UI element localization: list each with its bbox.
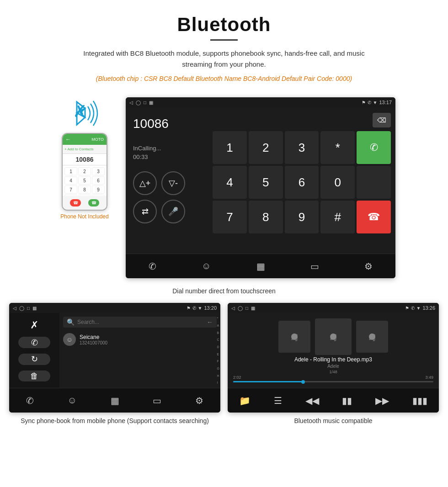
phone-call-btn[interactable]: ☎ — [88, 199, 99, 206]
contacts-log-icon[interactable]: ▭ — [153, 395, 161, 406]
track-count: 1/48 — [294, 370, 372, 374]
music-folder-icon[interactable]: 📁 — [239, 395, 251, 406]
contacts-status-left: ◁ ◯ □ ▦ — [13, 306, 37, 311]
contacts-tab-icon[interactable]: ☺ — [202, 261, 211, 271]
music-eq-icon[interactable]: ▮▮▮ — [412, 395, 427, 406]
main-screen-row: ✗ ← MOTO + Add to Contacts 10086 — [0, 97, 448, 278]
progress-dot — [301, 380, 305, 384]
phone-key-7[interactable]: 7 — [64, 185, 77, 194]
music-wifi-icon: ▼ — [416, 306, 421, 311]
keypad-tab-icon[interactable]: ▦ — [256, 261, 265, 272]
kp-9[interactable]: 9 — [285, 201, 319, 233]
download-icon: ▦ — [149, 100, 153, 105]
progress-bar-bg[interactable] — [233, 381, 433, 382]
page-title: Bluetooth — [9, 14, 439, 36]
phone-key-5[interactable]: 5 — [78, 176, 91, 185]
music-play-icon[interactable]: ▮▮ — [342, 395, 352, 406]
album-dot-right — [369, 333, 375, 340]
contacts-search-bar: 🔍 ← — [63, 317, 217, 328]
back-icon: ◁ — [129, 100, 133, 105]
recent-icon: □ — [144, 100, 146, 105]
kp-end[interactable]: ☎ — [357, 201, 391, 233]
phone-status-bar: ← MOTO — [63, 134, 107, 145]
calling-status: InCalling... — [133, 145, 161, 152]
album-art-main: ♫ — [315, 318, 352, 355]
wifi-icon: ▼ — [373, 100, 378, 105]
contacts-recent-icon: □ — [27, 306, 30, 311]
location-icon: ⚑ — [362, 100, 366, 105]
kp-4[interactable]: 4 — [213, 166, 247, 199]
contacts-keypad-icon[interactable]: ▦ — [111, 395, 119, 406]
delete-sidebar-btn[interactable]: 🗑 — [18, 371, 50, 382]
phone-end-btn[interactable]: ☎ — [70, 199, 81, 206]
contacts-phone-icon[interactable]: ✆ — [26, 395, 34, 406]
contacts-sidebar: ✗ ✆ ↻ 🗑 — [9, 313, 59, 388]
kp-call[interactable]: ✆ — [357, 131, 391, 164]
phone-bottom: ☎ ☎ — [63, 196, 107, 210]
vol-down-btn[interactable]: ▽- — [161, 171, 185, 195]
car-dialer-screen: ◁ ◯ □ ▦ ⚑ ✆ ▼ 13:17 10086 InCalling... 0… — [126, 97, 395, 278]
phone-tab-icon[interactable]: ✆ — [149, 261, 156, 272]
phone-key-6[interactable]: 6 — [92, 176, 105, 185]
kp-2[interactable]: 2 — [249, 131, 283, 164]
music-status-left: ◁ ◯ □ ▦ — [231, 306, 255, 311]
phone-key-2[interactable]: 2 — [78, 167, 91, 175]
contacts-main: 🔍 ← ☺ Seicane 13241007000 * A — [59, 313, 220, 388]
contacts-person-icon[interactable]: ☺ — [68, 395, 77, 406]
kp-star[interactable]: * — [320, 131, 355, 164]
title-divider — [210, 39, 238, 41]
kp-5[interactable]: 5 — [249, 166, 283, 199]
kp-hash[interactable]: # — [320, 201, 355, 233]
kp-6[interactable]: 6 — [285, 166, 319, 199]
phone-key-3[interactable]: 3 — [92, 167, 105, 175]
contacts-home-icon: ◯ — [19, 306, 24, 311]
contacts-search-input[interactable] — [77, 319, 207, 325]
bluetooth-icon: ✗ — [73, 102, 87, 121]
dialer-time: 13:17 — [379, 100, 392, 105]
kp-7[interactable]: 7 — [213, 201, 247, 233]
music-caption: Bluetooth music compatible — [228, 413, 439, 428]
phone-add-contact: + Add to Contacts — [63, 145, 107, 154]
car-keypad-grid: 1 2 3 * ✆ 4 5 6 0 7 8 9 # ☎ — [213, 131, 391, 233]
bottom-screens-row: ◁ ◯ □ ▦ ⚑ ✆ ▼ 13:20 ✗ ✆ ↻ 🗑 — [0, 303, 448, 428]
phone-key-1[interactable]: 1 — [64, 167, 77, 175]
contacts-search-back[interactable]: ← — [207, 318, 213, 326]
dial-right: ⌫ 1 2 3 * ✆ 4 5 6 0 7 8 9 # ☎ — [208, 107, 395, 254]
backspace-btn[interactable]: ⌫ — [373, 113, 391, 127]
time-current: 2:02 — [233, 375, 241, 380]
music-next-icon[interactable]: ▶▶ — [375, 395, 389, 406]
contacts-settings-icon[interactable]: ⚙ — [195, 395, 203, 406]
mute-btn[interactable]: 🎤 — [161, 200, 185, 223]
phone-not-included-label: Phone Not Included — [60, 213, 108, 220]
phone-key-4[interactable]: 4 — [64, 176, 77, 185]
kp-3[interactable]: 3 — [285, 131, 319, 164]
dial-ctrl-btns: △+ ▽- ⇄ 🎤 — [133, 171, 185, 223]
transfer-btn[interactable]: ⇄ — [133, 200, 157, 223]
phone-key-8[interactable]: 8 — [78, 185, 91, 194]
phone-sidebar-btn[interactable]: ✆ — [18, 337, 50, 348]
dialer-status-bar: ◁ ◯ □ ▦ ⚑ ✆ ▼ 13:17 — [126, 97, 395, 107]
kp-0[interactable]: 0 — [320, 166, 355, 199]
music-prev-icon[interactable]: ◀◀ — [305, 395, 319, 406]
contact-avatar: ☺ — [63, 333, 76, 346]
album-dot-main — [330, 333, 336, 340]
artist-name: Adele — [294, 364, 372, 369]
settings-tab-icon[interactable]: ⚙ — [364, 261, 373, 272]
kp-8[interactable]: 8 — [249, 201, 283, 233]
contacts-download-icon: ▦ — [32, 306, 37, 311]
kp-1[interactable]: 1 — [213, 131, 247, 164]
phone-back-btn: ← — [65, 136, 71, 143]
sync-sidebar-btn[interactable]: ↻ — [18, 354, 50, 365]
vol-up-btn[interactable]: △+ — [133, 171, 157, 195]
music-list-icon[interactable]: ☰ — [274, 395, 282, 406]
dial-left: 10086 InCalling... 00:33 △+ ▽- ⇄ 🎤 — [126, 107, 208, 254]
contacts-wifi-icon: ▼ — [198, 306, 203, 311]
status-icons-right: ⚑ ✆ ▼ 13:17 — [362, 100, 392, 105]
album-art-left: ♫ — [278, 321, 310, 353]
log-tab-icon[interactable]: ▭ — [310, 261, 319, 272]
contacts-bottom-bar: ✆ ☺ ▦ ▭ ⚙ — [9, 388, 220, 413]
contact-phone: 13241007000 — [80, 340, 217, 345]
time-total: 3:49 — [425, 375, 433, 380]
phone-key-9[interactable]: 9 — [92, 185, 105, 194]
call-status-icon: ✆ — [368, 100, 371, 105]
